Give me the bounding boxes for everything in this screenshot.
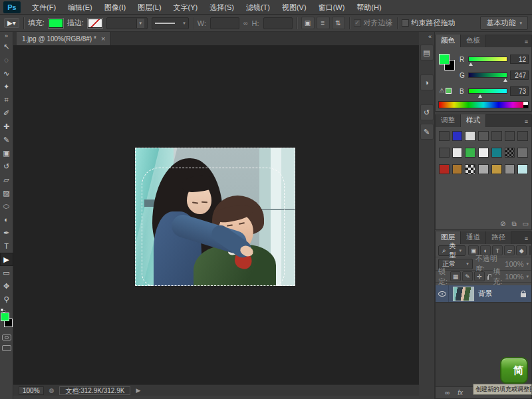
height-input[interactable]: [263, 17, 293, 29]
dock-adjustments-icon[interactable]: ◑: [420, 74, 434, 90]
quick-selection-tool[interactable]: ✦: [0, 80, 13, 93]
foreground-color-swatch[interactable]: [439, 54, 450, 65]
lock-transparency-icon[interactable]: ▦: [450, 271, 461, 281]
healing-brush-tool[interactable]: ✚: [0, 120, 13, 133]
foreground-color-swatch[interactable]: [1, 313, 9, 321]
layer-filter-kind-dropdown[interactable]: ⌕ 类型 ▾: [438, 245, 466, 256]
style-swatch[interactable]: [491, 131, 502, 141]
dock-history-icon[interactable]: ↺: [420, 104, 434, 120]
fill-color-swatch[interactable]: [49, 19, 63, 28]
menu-item[interactable]: 视图(V): [276, 0, 313, 15]
document-tab[interactable]: 1.jpg @ 100%(RGB/8#) * ×: [17, 32, 111, 45]
path-arrange-icon[interactable]: ⇅: [332, 17, 345, 29]
style-swatch[interactable]: [517, 131, 528, 141]
slider-marker-icon[interactable]: [478, 94, 482, 98]
eyedropper-tool[interactable]: ✐: [0, 106, 13, 120]
fill-value[interactable]: 100%: [505, 273, 523, 281]
pen-tool[interactable]: ✒: [0, 226, 13, 239]
style-swatch[interactable]: [491, 148, 502, 158]
clone-stamp-tool[interactable]: ▣: [0, 146, 13, 160]
marquee-tool[interactable]: ◌: [0, 53, 13, 66]
type-tool[interactable]: T: [0, 239, 13, 253]
style-swatch[interactable]: [452, 148, 463, 158]
clear-style-icon[interactable]: ⊘: [500, 220, 505, 228]
zoom-tool[interactable]: ⚲: [0, 293, 13, 306]
canvas-area[interactable]: [13, 45, 419, 384]
layer-thumbnail[interactable]: [453, 287, 474, 301]
menu-item[interactable]: 编辑(E): [62, 0, 98, 15]
move-tool[interactable]: ↖: [0, 40, 13, 53]
style-swatch[interactable]: [517, 164, 528, 174]
filter-shape-layer-icon[interactable]: ▱: [504, 245, 515, 255]
lock-paint-icon[interactable]: ✎: [462, 271, 473, 281]
menu-item[interactable]: 帮助(H): [350, 0, 387, 15]
style-swatch[interactable]: [478, 164, 489, 174]
stroke-type-dropdown[interactable]: ▾: [152, 17, 189, 29]
dock-collapse-icon[interactable]: «: [419, 32, 434, 41]
quick-mask-button[interactable]: [2, 334, 11, 340]
style-swatch[interactable]: [478, 131, 489, 141]
style-swatch[interactable]: [478, 148, 489, 158]
gamut-warning[interactable]: ⚠: [439, 87, 452, 94]
width-input[interactable]: [210, 17, 239, 29]
delete-style-icon[interactable]: ▭: [523, 220, 529, 228]
style-swatch[interactable]: [439, 148, 450, 158]
menu-item[interactable]: 图层(L): [132, 0, 167, 15]
style-swatch[interactable]: [439, 131, 450, 141]
gradient-tool[interactable]: ▨: [0, 186, 13, 200]
eye-icon[interactable]: [438, 291, 446, 297]
style-swatch[interactable]: [505, 164, 515, 174]
history-brush-tool[interactable]: ↺: [0, 160, 13, 173]
new-style-icon[interactable]: ⧉: [511, 220, 516, 228]
status-expand-icon[interactable]: ▶: [136, 387, 140, 394]
canvas-image[interactable]: [135, 148, 295, 286]
screen-mode-button[interactable]: [2, 345, 11, 351]
path-operations-icon[interactable]: ▣: [301, 17, 315, 29]
dodge-tool[interactable]: ◐: [0, 213, 13, 226]
path-align-icon[interactable]: ≡: [317, 17, 330, 29]
toolbar-collapse-icon[interactable]: »: [5, 32, 8, 40]
constrain-path-checkbox[interactable]: 约束路径拖动: [402, 18, 456, 28]
lock-all-icon[interactable]: [487, 276, 489, 279]
align-edges-checkbox[interactable]: ✓ 对齐边缘: [354, 18, 393, 28]
style-swatch[interactable]: [465, 131, 475, 141]
stroke-width-field[interactable]: ▾: [106, 17, 148, 29]
channel-value-field[interactable]: 73: [510, 86, 529, 96]
path-selection-tool[interactable]: ▶: [0, 253, 13, 266]
panel-menu-icon[interactable]: ≡: [521, 116, 531, 127]
visibility-cell[interactable]: [436, 285, 449, 302]
channel-value-field[interactable]: 247: [510, 70, 529, 80]
tab-paths[interactable]: 路径: [486, 231, 511, 244]
channel-slider[interactable]: [468, 72, 507, 78]
menu-item[interactable]: 选择(S): [203, 0, 240, 15]
menu-item[interactable]: 文件(F): [26, 0, 62, 15]
panel-menu-icon[interactable]: ≡: [521, 37, 531, 47]
filter-toggle-switch[interactable]: [529, 245, 531, 255]
layer-effects-icon[interactable]: fx: [458, 389, 463, 396]
tool-preset-icon[interactable]: ▶▾: [4, 18, 19, 28]
style-swatch[interactable]: [452, 131, 463, 141]
dropdown-arrow-icon[interactable]: ▾: [136, 19, 144, 28]
link-layers-icon[interactable]: ∞: [445, 389, 450, 396]
lock-position-icon[interactable]: ✛: [474, 271, 485, 281]
style-swatch[interactable]: [465, 164, 475, 174]
tab-color[interactable]: 颜色: [436, 35, 461, 47]
menu-item[interactable]: 图像(I): [98, 0, 132, 15]
panel-menu-icon[interactable]: ≡: [521, 233, 531, 244]
layer-row-background[interactable]: 背景: [436, 285, 531, 303]
workspace-switcher[interactable]: 基本功能 ▾: [480, 16, 528, 30]
tab-layers[interactable]: 图层: [436, 231, 461, 244]
close-tab-icon[interactable]: ×: [101, 35, 105, 43]
tab-styles[interactable]: 样式: [461, 114, 486, 127]
eraser-tool[interactable]: ▱: [0, 173, 13, 186]
opacity-value[interactable]: 100%: [505, 260, 523, 268]
menu-item[interactable]: 文字(Y): [168, 0, 204, 15]
style-swatch[interactable]: [491, 164, 502, 174]
overlay-green-button[interactable]: 简: [500, 357, 528, 384]
filter-smart-object-icon[interactable]: ◆: [516, 245, 527, 255]
channel-value-field[interactable]: 12: [510, 55, 529, 64]
brush-tool[interactable]: ✎: [0, 133, 13, 146]
color-spectrum-ramp[interactable]: [438, 101, 529, 108]
rectangle-tool[interactable]: ▭: [0, 266, 13, 279]
dock-properties-icon[interactable]: ▤: [420, 45, 434, 61]
